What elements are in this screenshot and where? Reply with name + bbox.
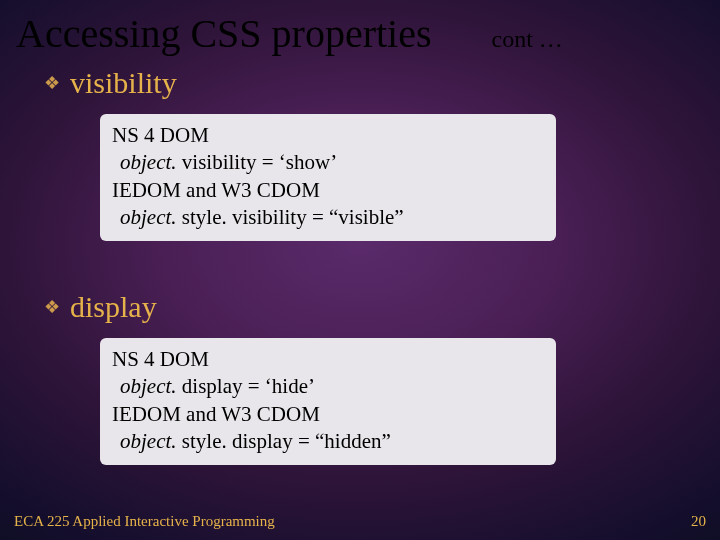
code-rest: style. display = “hidden” xyxy=(177,429,391,453)
code-rest: display = ‘hide’ xyxy=(177,374,315,398)
code-line: object. display = ‘hide’ xyxy=(112,373,544,400)
code-line: IEDOM and W3 CDOM xyxy=(112,401,544,428)
bullet-visibility: ❖ visibility xyxy=(44,66,177,100)
footer: ECA 225 Applied Interactive Programming … xyxy=(14,513,706,530)
code-object: object. xyxy=(120,205,177,229)
code-line: object. visibility = ‘show’ xyxy=(112,149,544,176)
slide-title: Accessing CSS properties xyxy=(16,10,432,57)
code-line: object. style. display = “hidden” xyxy=(112,428,544,455)
code-rest: style. visibility = “visible” xyxy=(177,205,404,229)
title-row: Accessing CSS properties cont … xyxy=(16,10,704,57)
code-line: NS 4 DOM xyxy=(112,122,544,149)
slide: Accessing CSS properties cont … ❖ visibi… xyxy=(0,0,720,540)
diamond-icon: ❖ xyxy=(44,298,60,316)
diamond-icon: ❖ xyxy=(44,74,60,92)
code-box-display: NS 4 DOM object. display = ‘hide’ IEDOM … xyxy=(100,338,556,465)
slide-continuation: cont … xyxy=(492,26,563,53)
bullet-label: display xyxy=(70,290,157,324)
code-box-visibility: NS 4 DOM object. visibility = ‘show’ IED… xyxy=(100,114,556,241)
footer-course: ECA 225 Applied Interactive Programming xyxy=(14,513,275,530)
code-object: object. xyxy=(120,429,177,453)
code-line: NS 4 DOM xyxy=(112,346,544,373)
code-rest: visibility = ‘show’ xyxy=(177,150,338,174)
footer-page-number: 20 xyxy=(691,513,706,530)
code-object: object. xyxy=(120,374,177,398)
code-object: object. xyxy=(120,150,177,174)
code-line: IEDOM and W3 CDOM xyxy=(112,177,544,204)
code-line: object. style. visibility = “visible” xyxy=(112,204,544,231)
bullet-display: ❖ display xyxy=(44,290,157,324)
bullet-label: visibility xyxy=(70,66,177,100)
